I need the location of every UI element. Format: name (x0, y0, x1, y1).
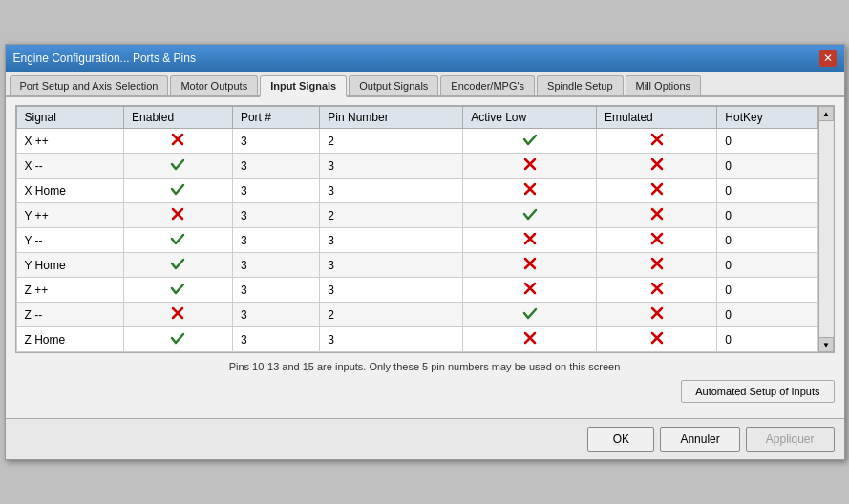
automated-setup-button[interactable]: Automated Setup of Inputs (681, 380, 834, 403)
cell-enabled[interactable] (124, 154, 233, 178)
cell-signal: Z -- (16, 303, 124, 327)
action-row: Automated Setup of Inputs (15, 380, 835, 403)
scrollbar[interactable]: ▲ ▼ (818, 106, 834, 352)
info-text: Pins 10-13 and 15 are inputs. Only these… (15, 361, 835, 372)
table-row[interactable]: Y --330 (16, 228, 817, 253)
cell-active-low[interactable] (463, 228, 597, 253)
cell-enabled[interactable] (124, 228, 233, 253)
cell-pin[interactable]: 3 (320, 178, 463, 203)
cell-pin[interactable]: 3 (320, 228, 463, 253)
table-row[interactable]: Y ++320 (16, 203, 817, 228)
cell-emulated[interactable] (597, 178, 717, 203)
cell-emulated[interactable] (597, 228, 717, 253)
col-active-low: Active Low (463, 107, 597, 129)
col-enabled: Enabled (124, 107, 233, 129)
table-header-row: Signal Enabled Port # Pin Number Active … (16, 107, 817, 129)
cell-hotkey[interactable]: 0 (717, 203, 817, 228)
table-row[interactable]: X Home330 (16, 178, 817, 203)
cell-enabled[interactable] (124, 253, 233, 278)
tab-spindle-setup[interactable]: Spindle Setup (537, 75, 624, 95)
cell-signal: Z ++ (16, 278, 124, 303)
cell-port[interactable]: 3 (232, 129, 319, 154)
cell-active-low[interactable] (463, 154, 597, 178)
annuler-button[interactable]: Annuler (660, 427, 739, 452)
cell-emulated[interactable] (597, 203, 717, 228)
bottom-bar: OK Annuler Appliquer (6, 418, 844, 459)
table-row[interactable]: X ++320 (16, 129, 817, 154)
tab-mill-options[interactable]: Mill Options (626, 75, 701, 95)
col-emulated: Emulated (597, 107, 717, 129)
col-port: Port # (232, 107, 319, 129)
cell-signal: X Home (16, 178, 124, 203)
cell-pin[interactable]: 2 (320, 303, 463, 327)
tab-port-setup[interactable]: Port Setup and Axis Selection (10, 75, 169, 95)
cell-pin[interactable]: 3 (320, 253, 463, 278)
cell-active-low[interactable] (463, 327, 597, 352)
cell-hotkey[interactable]: 0 (717, 278, 817, 303)
cell-pin[interactable]: 3 (320, 154, 463, 178)
cell-active-low[interactable] (463, 178, 597, 203)
cell-port[interactable]: 3 (232, 278, 319, 303)
tab-output-signals[interactable]: Output Signals (349, 75, 438, 95)
cell-enabled[interactable] (124, 327, 233, 352)
cell-port[interactable]: 3 (232, 228, 319, 253)
col-signal: Signal (16, 107, 124, 129)
ok-button[interactable]: OK (587, 427, 654, 452)
cell-enabled[interactable] (124, 278, 233, 303)
title-bar: Engine Configuration... Ports & Pins ✕ (6, 45, 844, 72)
cell-port[interactable]: 3 (232, 253, 319, 278)
cell-signal: Y -- (16, 228, 124, 253)
cell-active-low[interactable] (463, 303, 597, 327)
cell-signal: X -- (16, 154, 124, 178)
cell-port[interactable]: 3 (232, 178, 319, 203)
signal-table: Signal Enabled Port # Pin Number Active … (16, 106, 818, 352)
table-row[interactable]: Y Home330 (16, 253, 817, 278)
signal-table-container: Signal Enabled Port # Pin Number Active … (15, 105, 835, 353)
cell-emulated[interactable] (597, 154, 717, 178)
cell-hotkey[interactable]: 0 (717, 327, 817, 352)
tab-motor-outputs[interactable]: Motor Outputs (170, 75, 258, 95)
cell-active-low[interactable] (463, 253, 597, 278)
table-row[interactable]: Z ++330 (16, 278, 817, 303)
cell-port[interactable]: 3 (232, 327, 319, 352)
cell-hotkey[interactable]: 0 (717, 303, 817, 327)
tab-bar: Port Setup and Axis Selection Motor Outp… (6, 72, 844, 97)
cell-enabled[interactable] (124, 303, 233, 327)
cell-enabled[interactable] (124, 203, 233, 228)
table-row[interactable]: Z Home330 (16, 327, 817, 352)
col-hotkey: HotKey (717, 107, 817, 129)
cell-signal: Z Home (16, 327, 124, 352)
tab-encoder-mpg[interactable]: Encoder/MPG's (440, 75, 535, 95)
cell-emulated[interactable] (597, 327, 717, 352)
cell-pin[interactable]: 2 (320, 129, 463, 154)
cell-port[interactable]: 3 (232, 303, 319, 327)
cell-pin[interactable]: 3 (320, 278, 463, 303)
tab-input-signals[interactable]: Input Signals (260, 75, 347, 97)
cell-active-low[interactable] (463, 203, 597, 228)
cell-active-low[interactable] (463, 129, 597, 154)
close-button[interactable]: ✕ (819, 50, 837, 67)
cell-pin[interactable]: 3 (320, 327, 463, 352)
cell-emulated[interactable] (597, 253, 717, 278)
cell-emulated[interactable] (597, 129, 717, 154)
cell-hotkey[interactable]: 0 (717, 253, 817, 278)
cell-emulated[interactable] (597, 278, 717, 303)
main-window: Engine Configuration... Ports & Pins ✕ P… (5, 44, 845, 460)
cell-port[interactable]: 3 (232, 203, 319, 228)
table-row[interactable]: Z --320 (16, 303, 817, 327)
cell-emulated[interactable] (597, 303, 717, 327)
cell-enabled[interactable] (124, 178, 233, 203)
cell-port[interactable]: 3 (232, 154, 319, 178)
scrollbar-up[interactable]: ▲ (818, 106, 834, 121)
cell-active-low[interactable] (463, 278, 597, 303)
table-row[interactable]: X --330 (16, 154, 817, 178)
scrollbar-down[interactable]: ▼ (818, 337, 834, 352)
scrollbar-track[interactable] (819, 121, 833, 337)
window-title: Engine Configuration... Ports & Pins (13, 52, 196, 65)
cell-hotkey[interactable]: 0 (717, 228, 817, 253)
cell-hotkey[interactable]: 0 (717, 154, 817, 178)
cell-enabled[interactable] (124, 129, 233, 154)
cell-pin[interactable]: 2 (320, 203, 463, 228)
cell-hotkey[interactable]: 0 (717, 129, 817, 154)
cell-hotkey[interactable]: 0 (717, 178, 817, 203)
